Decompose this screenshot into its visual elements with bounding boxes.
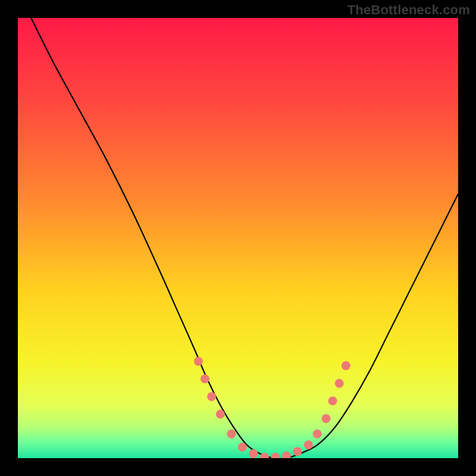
- highlight-dot: [207, 392, 216, 401]
- highlight-dot: [335, 379, 344, 388]
- plot-area: [18, 18, 458, 458]
- highlight-dot: [322, 414, 331, 423]
- highlight-dot: [328, 396, 337, 405]
- gradient-background: [18, 18, 458, 458]
- highlight-dot: [313, 430, 322, 439]
- highlight-dot: [304, 440, 313, 449]
- highlight-dot: [342, 361, 350, 370]
- highlight-dot: [249, 449, 258, 458]
- highlight-dot: [293, 447, 302, 456]
- chart-svg: [18, 18, 458, 458]
- highlight-dot: [227, 430, 236, 439]
- highlight-dot: [201, 374, 209, 383]
- highlight-dot: [238, 443, 247, 452]
- watermark-text: TheBottleneck.com: [347, 2, 470, 18]
- highlight-dot: [216, 410, 225, 419]
- chart-stage: TheBottleneck.com: [0, 0, 476, 476]
- highlight-dot: [194, 357, 203, 366]
